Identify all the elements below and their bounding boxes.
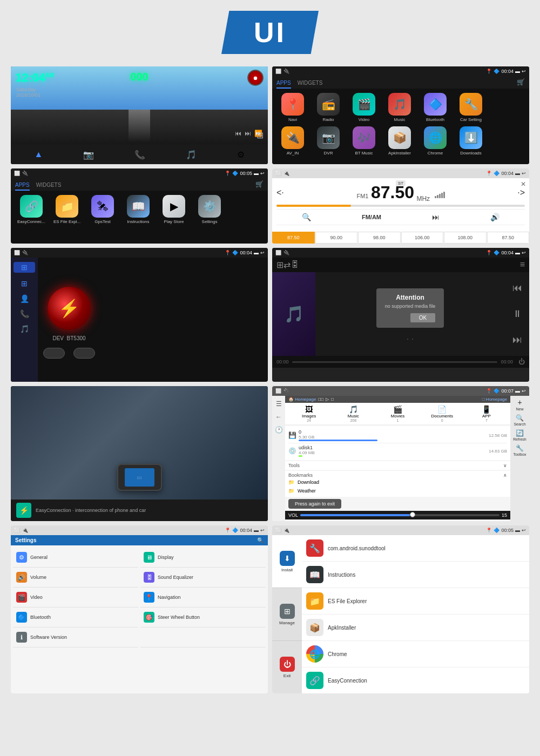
cat-docs[interactable]: 📄 Documents 0 (421, 405, 464, 422)
music-equalizer-icon[interactable]: 🎛 (291, 260, 299, 270)
bookmark-weather[interactable]: 📁 Weather (288, 487, 507, 495)
app-apkinstaller[interactable]: 📦 ApkInstaller (383, 126, 416, 156)
settings-search-icon[interactable]: 🔍 (257, 537, 264, 543)
search-icon[interactable]: 🔍 (302, 213, 311, 221)
back-icon-files[interactable]: ← (275, 413, 282, 421)
settings-display[interactable]: 🖥 Display (140, 548, 266, 568)
settings-steerwheel[interactable]: 🎯 Steer Wheel Button (140, 608, 266, 627)
right-btn-search[interactable]: 🔍 Search (514, 414, 525, 426)
settings-icon-home[interactable]: ⚙ (237, 150, 245, 160)
tab-apps[interactable]: APPS (276, 78, 291, 89)
app-avin[interactable]: 🔌 AV_IN (276, 126, 309, 156)
expand-icon[interactable]: ⊞ (256, 130, 264, 140)
record-button[interactable]: ⏺ (247, 70, 264, 86)
close-radio[interactable]: ✕ (521, 180, 526, 188)
radio-skip-btn[interactable]: ⏭ (432, 213, 440, 221)
music-list-icon[interactable]: ≡ (520, 260, 525, 270)
music-shuffle-icon[interactable]: ⇄ (284, 260, 291, 270)
breadcrumb-right[interactable]: □ Homepage (482, 397, 507, 402)
settings-video[interactable]: 🎬 Video (13, 588, 138, 608)
tools-expand-icon[interactable]: ∨ (503, 463, 507, 468)
next-btn[interactable]: ⏭ (245, 130, 251, 137)
install-item-apk[interactable]: 📦 ApkInstaller (302, 615, 529, 641)
install-item-instructions[interactable]: 📖 Instructions (302, 562, 529, 588)
settings-bluetooth[interactable]: 🔷 Bluetooth (13, 608, 138, 627)
app-bluetooth[interactable]: 🔷 Bluetooth (419, 93, 451, 122)
hamburger-icon[interactable]: ☰ (276, 400, 282, 408)
cat-movies[interactable]: 🎬 Movies 1 (376, 405, 419, 422)
vol-track[interactable] (300, 514, 500, 516)
app-music[interactable]: 🎵 Music (383, 93, 416, 122)
settings-equalizer[interactable]: 🎛 Sound Equalizer (140, 568, 266, 588)
right-btn-toolbox[interactable]: 🔧 Toolbox (513, 444, 526, 456)
tab-apps-2[interactable]: APPS (15, 180, 30, 191)
app-settings[interactable]: ⚙️ Settings (193, 195, 226, 224)
tab-widgets[interactable]: WIDGETS (298, 78, 323, 89)
app-downloads[interactable]: ⬇️ Downloads (455, 126, 487, 156)
cat-app[interactable]: 📱 APP 7 (465, 405, 508, 422)
prev-btn[interactable]: ⏮ (235, 130, 241, 137)
app-playstore[interactable]: ▶ Play Store (158, 195, 190, 224)
install-item-easyconnect[interactable]: 🔗 EasyConnection (302, 667, 529, 693)
attention-ok-button[interactable]: OK (410, 313, 435, 322)
preset-1[interactable]: 87.50 (272, 232, 315, 244)
settings-volume[interactable]: 🔊 Volume (13, 568, 138, 588)
app-carsetting[interactable]: 🔧 Car Setting (455, 93, 487, 122)
cat-images[interactable]: 🖼 Images 24 (287, 405, 330, 422)
app-easyconnect[interactable]: 🔗 EasyConnec... (15, 195, 48, 224)
preset-6[interactable]: 87.50 (487, 232, 530, 244)
app-navi[interactable]: 📍 Navi (276, 93, 309, 122)
app-video[interactable]: 🎬 Video (348, 93, 380, 122)
install-btn[interactable]: ⬇ Install (272, 535, 302, 588)
bt-layout: ⊞ ⊞ 👤 📞 🎵 ⚡ DEV BT5300 (11, 258, 268, 382)
preset-3[interactable]: 98.00 (358, 232, 401, 244)
app-dvr[interactable]: 📷 DVR (312, 126, 345, 156)
bt-music-icon[interactable]: 🎵 (20, 325, 29, 333)
music-progress-bar[interactable] (292, 361, 498, 363)
cat-music[interactable]: 🎵 Music 208 (332, 405, 375, 422)
store-icon-2[interactable]: 🛒 (255, 180, 264, 191)
back-2[interactable]: ↩ (522, 69, 526, 74)
phone-icon[interactable]: 📞 (134, 150, 145, 160)
app-esfile[interactable]: 📁 ES File Expl... (51, 195, 83, 224)
right-btn-refresh[interactable]: 🔄 Refresh (513, 429, 526, 441)
app-radio[interactable]: 📻 Radio (312, 93, 345, 122)
music-play-pause[interactable]: ⏸ (512, 308, 522, 320)
bookmarks-collapse-icon[interactable]: ∧ (503, 473, 507, 478)
camera-icon[interactable]: 📷 (83, 150, 94, 160)
radio-volume-icon[interactable]: 🔊 (490, 213, 500, 221)
radio-next-btn[interactable]: ·> (517, 188, 525, 198)
preset-5[interactable]: 108.00 (444, 232, 487, 244)
tab-widgets-2[interactable]: WIDGETS (36, 180, 62, 191)
bt-btn-1[interactable] (43, 348, 65, 359)
music-skip-next[interactable]: ⏭ (512, 334, 522, 346)
app-gpstest[interactable]: 🛰 GpsTest (86, 195, 119, 224)
manage-btn[interactable]: ⊞ Manage (272, 588, 302, 641)
exit-btn[interactable]: ⏻ Exit (272, 641, 302, 693)
radio-prev-btn[interactable]: <· (276, 188, 284, 198)
preset-4[interactable]: 106.00 (401, 232, 444, 244)
install-item-chrome[interactable]: 🌐 Chrome (302, 641, 529, 667)
bookmark-download[interactable]: 📁 Download (288, 478, 507, 487)
bt-person-icon[interactable]: 👤 (20, 294, 29, 303)
store-icon[interactable]: 🛒 (517, 78, 525, 89)
preset-2[interactable]: 90.00 (315, 232, 358, 244)
bt-grid-icon[interactable]: ⊞ (14, 262, 35, 273)
bt-btn-2[interactable] (73, 348, 95, 359)
settings-general[interactable]: ⚙ General (13, 548, 138, 568)
settings-navigation[interactable]: 📍 Navigation (140, 588, 266, 608)
music-skip-prev[interactable]: ⏮ (512, 282, 522, 294)
install-item-sunod[interactable]: 🔧 com.android.sunoddtool (302, 535, 529, 562)
app-chrome[interactable]: 🌐 Chrome (419, 126, 451, 156)
app-instructions[interactable]: 📖 Instructions (122, 195, 154, 224)
right-btn-new[interactable]: + New (516, 398, 523, 411)
settings-softwareversion[interactable]: ℹ Software Version (13, 627, 138, 647)
bt-grid-icon-2[interactable]: ⊞ (21, 279, 28, 288)
music-power-icon[interactable]: ⏻ (518, 358, 525, 366)
clock-icon[interactable]: 🕐 (275, 426, 283, 434)
install-item-esfile[interactable]: 📁 ES File Explorer (302, 588, 529, 615)
app-btmusic[interactable]: 🎶 BT Music (348, 126, 380, 156)
breadcrumb-home-link[interactable]: 🏠 Homepage (288, 397, 316, 402)
bt-phone-icon[interactable]: 📞 (20, 309, 29, 318)
music-icon[interactable]: 🎵 (186, 150, 197, 160)
